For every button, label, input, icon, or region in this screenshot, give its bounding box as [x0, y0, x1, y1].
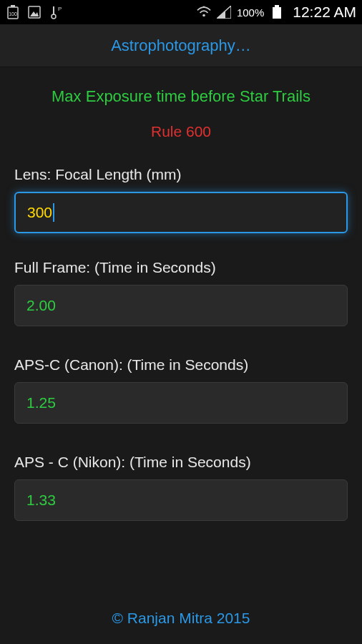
- battery-percent: 100%: [237, 6, 264, 19]
- status-bar: 100 P 100% 12:22 AM: [0, 0, 362, 24]
- cursor: [53, 203, 54, 222]
- svg-rect-14: [275, 5, 279, 7]
- wifi-icon: [197, 5, 211, 19]
- svg-rect-1: [11, 5, 15, 7]
- headings: Max Exposure time before Star Trails Rul…: [0, 67, 362, 140]
- svg-rect-13: [273, 7, 281, 19]
- full-frame-label: Full Frame: (Time in Seconds): [14, 259, 348, 276]
- image-icon: [27, 5, 41, 19]
- apsc-nikon-label: APS - C (Nikon): (Time in Seconds): [14, 454, 348, 471]
- page-title: Max Exposure time before Star Trails: [14, 87, 348, 106]
- signal-icon: [217, 5, 231, 19]
- focal-length-value: 300: [27, 204, 52, 221]
- focal-length-input[interactable]: 300: [14, 192, 348, 233]
- apsc-canon-label: APS-C (Canon): (Time in Seconds): [14, 356, 348, 374]
- battery-saver-icon: 100: [6, 5, 20, 19]
- battery-icon: [270, 5, 284, 19]
- app-header: Astrophotography…: [0, 24, 362, 67]
- rule-label: Rule 600: [14, 123, 348, 140]
- form: Lens: Focal Length (mm) 300 Full Frame: …: [0, 140, 362, 521]
- apsc-canon-output: 1.25: [14, 382, 348, 424]
- clock: 12:22 AM: [293, 4, 356, 21]
- svg-point-8: [202, 14, 205, 17]
- apsc-nikon-value: 1.33: [26, 492, 56, 509]
- svg-text:100: 100: [9, 11, 17, 16]
- full-frame-output: 2.00: [14, 285, 348, 326]
- apsc-canon-value: 1.25: [26, 394, 56, 411]
- focal-length-label: Lens: Focal Length (mm): [14, 166, 348, 183]
- full-frame-value: 2.00: [26, 297, 56, 314]
- footer-copyright: © Ranjan Mitra 2015: [0, 610, 362, 627]
- app-title: Astrophotography…: [111, 36, 251, 55]
- svg-marker-4: [30, 11, 39, 16]
- temp-icon: P: [49, 5, 63, 19]
- apsc-nikon-output: 1.33: [14, 479, 348, 521]
- svg-text:P: P: [58, 6, 62, 12]
